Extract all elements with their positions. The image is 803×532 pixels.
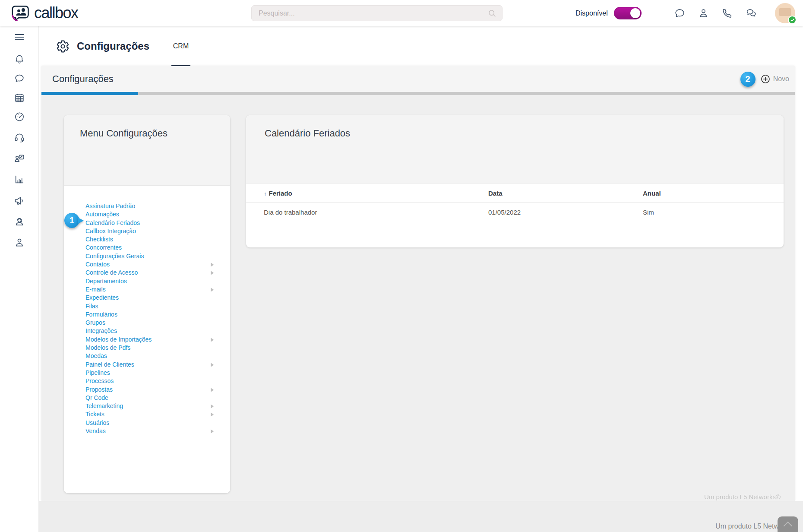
module-header: Configurações CRM (39, 26, 803, 66)
search-input[interactable] (252, 6, 502, 21)
settings-menu-item: Integrações (85, 327, 230, 335)
section-header: Configurações 2 Novo (41, 66, 795, 92)
settings-menu-link[interactable]: Processos (85, 377, 114, 384)
user-icon[interactable] (14, 237, 25, 248)
settings-menu-link[interactable]: Usuários (85, 419, 109, 426)
step-badge-1-pointer (78, 218, 84, 224)
hamburger-menu-icon[interactable] (14, 32, 25, 42)
settings-menu-link[interactable]: Filas (85, 303, 98, 310)
settings-menu-item: Checklists (85, 235, 230, 244)
tab-scrollbar-thumb[interactable] (41, 92, 138, 95)
settings-menu-link[interactable]: Checklists (85, 236, 113, 243)
settings-menu-link[interactable]: E-mails (85, 286, 106, 293)
table-body: Dia do trabalhador 01/05/2022 Sim (246, 203, 784, 221)
settings-menu-link[interactable]: Callbox Integração (85, 228, 136, 234)
section-title: Configurações (52, 73, 114, 85)
sidebar (0, 26, 39, 532)
settings-menu-item: Processos (85, 377, 230, 385)
column-header-anual[interactable]: Anual (643, 190, 784, 197)
settings-menu-item: Contatos (85, 260, 230, 269)
settings-menu-link[interactable]: Integrações (85, 327, 117, 334)
tab-scrollbar-track (41, 92, 795, 95)
avatar[interactable] (775, 3, 795, 23)
settings-menu-link[interactable]: Assinatura Padrão (85, 203, 135, 209)
settings-menu-link[interactable]: Pipelines (85, 369, 110, 376)
menu-card-title: Menu Configurações (80, 128, 168, 139)
settings-menu-link[interactable]: Modelos de Importações (85, 336, 152, 343)
settings-menu-link[interactable]: Qr Code (85, 394, 108, 401)
settings-menu-link[interactable]: Painel de Clientes (85, 361, 134, 368)
settings-menu-link[interactable]: Automações (85, 211, 119, 218)
bar-chart-icon[interactable] (14, 174, 25, 185)
settings-menu-link[interactable]: Expedientes (85, 294, 119, 301)
bell-icon[interactable] (14, 54, 25, 65)
top-header: callbox Disponível (0, 0, 803, 26)
settings-menu-link[interactable]: Configurações Gerais (85, 253, 144, 260)
settings-menu-item: Assinatura Padrão (85, 202, 230, 210)
holidays-card-title: Calendário Feriados (265, 128, 350, 139)
settings-menu-link[interactable]: Contatos (85, 261, 110, 268)
menu-card: Menu Configurações Assinatura Padrão Aut… (64, 115, 230, 493)
settings-menu-item: Tickets (85, 410, 230, 418)
settings-menu-item: Pipelines (85, 369, 230, 377)
brand-logo[interactable]: callbox (11, 3, 78, 22)
submenu-arrow-icon (211, 404, 214, 408)
settings-menu-item: Callbox Integração (85, 227, 230, 235)
chat-icon[interactable] (674, 8, 685, 19)
settings-menu-link[interactable]: Propostas (85, 386, 113, 393)
megaphone-icon[interactable] (14, 195, 25, 206)
settings-menu-item: Moedas (85, 352, 230, 360)
section-controls: 2 Novo (740, 72, 789, 87)
chat-bubble-icon[interactable] (14, 73, 25, 84)
callbox-logo-icon (11, 3, 30, 22)
table-row[interactable]: Dia do trabalhador 01/05/2022 Sim (246, 203, 784, 221)
settings-menu-item: Concorrentes (85, 244, 230, 252)
brand-name: callbox (34, 3, 78, 22)
settings-menu-item: Grupos (85, 319, 230, 327)
settings-menu-link[interactable]: Formulários (85, 311, 117, 318)
holidays-card: Calendário Feriados ↑Feriado Data Anual … (246, 115, 784, 247)
new-button-label: Novo (773, 75, 789, 83)
settings-menu-link[interactable]: Departamentos (85, 278, 127, 285)
settings-menu-item: Departamentos (85, 277, 230, 285)
table-header-row: ↑Feriado Data Anual (246, 184, 784, 203)
submenu-arrow-icon (211, 288, 214, 292)
settings-menu-item: Modelos de Importações (85, 336, 230, 344)
availability-toggle[interactable] (614, 7, 642, 19)
settings-menu-link[interactable]: Modelos de Pdfs (85, 344, 130, 351)
submenu-arrow-icon (211, 388, 214, 392)
column-header-data[interactable]: Data (488, 190, 643, 197)
submenu-arrow-icon (211, 338, 214, 342)
new-button[interactable]: Novo (761, 74, 789, 84)
settings-menu-item: Filas (85, 302, 230, 310)
avatar-image (779, 8, 791, 16)
gear-icon (56, 40, 70, 53)
online-status-badge (788, 16, 797, 24)
user-icon[interactable] (698, 8, 709, 19)
calendar-icon[interactable] (14, 92, 25, 103)
settings-menu-link[interactable]: Moedas (85, 352, 107, 359)
settings-menu-link[interactable]: Grupos (85, 319, 105, 326)
scroll-to-top-button[interactable] (778, 516, 798, 532)
availability-label: Disponível (575, 10, 608, 17)
phone-icon[interactable] (722, 8, 733, 19)
cell-feriado: Dia do trabalhador (264, 209, 488, 216)
settings-menu-link[interactable]: Vendas (85, 428, 106, 434)
settings-menu-item: Formulários (85, 310, 230, 319)
step-badge-1-wrapper: 1 (64, 213, 79, 228)
sales-board-icon[interactable] (14, 153, 25, 164)
settings-menu-link[interactable]: Tickets (85, 411, 104, 418)
settings-menu-link[interactable]: Concorrentes (85, 244, 122, 251)
agent-headset-icon[interactable] (14, 216, 25, 227)
conversations-icon[interactable] (746, 8, 757, 19)
settings-menu-item: E-mails (85, 285, 230, 294)
settings-menu-link[interactable]: Controle de Acesso (85, 269, 138, 276)
settings-menu-link[interactable]: Telemarketing (85, 402, 123, 409)
settings-menu-link[interactable]: Calendário Feriados (85, 219, 140, 226)
settings-menu-item: Modelos de Pdfs (85, 344, 230, 352)
gauge-icon[interactable] (14, 111, 25, 122)
submenu-arrow-icon (211, 429, 214, 434)
tab-crm[interactable]: CRM (170, 26, 192, 66)
column-header-feriado[interactable]: ↑Feriado (264, 190, 488, 197)
headset-icon[interactable] (14, 132, 25, 143)
